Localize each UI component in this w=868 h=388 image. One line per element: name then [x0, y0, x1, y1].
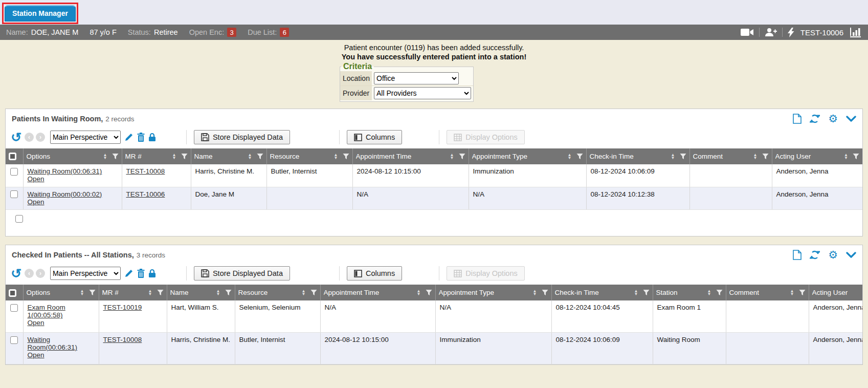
columns-button[interactable]: Columns [347, 130, 402, 144]
filter-funnel-icon[interactable] [181, 153, 188, 160]
open-link[interactable]: Open [28, 351, 44, 359]
lock-perspective-icon[interactable] [148, 133, 156, 142]
filter-funnel-icon[interactable] [643, 289, 650, 296]
columns-button[interactable]: Columns [347, 266, 402, 281]
location-select[interactable]: Office [374, 72, 459, 84]
collapse-chevron-icon[interactable] [846, 252, 856, 258]
collapse-chevron-icon[interactable] [846, 116, 856, 122]
col-header-checkin[interactable]: Check-in Time▲▼ [551, 285, 653, 300]
filter-funnel-icon[interactable] [762, 153, 769, 160]
perspective-select[interactable]: Main Perspective [50, 131, 121, 144]
station-timer-link[interactable]: Waiting Room(00:00:02) [28, 190, 102, 198]
edit-perspective-icon[interactable] [125, 133, 133, 142]
delete-perspective-icon[interactable] [137, 133, 145, 142]
sort-icon[interactable]: ▲▼ [634, 290, 638, 296]
gear-icon[interactable]: ⚙ [828, 114, 838, 124]
filter-funnel-icon[interactable] [343, 153, 349, 160]
prev-perspective-icon[interactable]: ‹ [25, 133, 34, 142]
lock-perspective-icon[interactable] [148, 269, 156, 278]
select-all-checkbox[interactable] [9, 153, 16, 160]
export-page-icon[interactable] [793, 114, 802, 124]
sort-icon[interactable]: ▲▼ [216, 290, 220, 296]
col-header-acting_user[interactable]: Acting User▲▼ [772, 148, 862, 164]
row-checkbox[interactable] [10, 168, 18, 176]
col-header-appt_type[interactable]: Appointment Type▲▼ [435, 285, 551, 300]
col-header-appt_type[interactable]: Appointment Type▲▼ [469, 148, 586, 164]
sort-icon[interactable]: ▲▼ [172, 154, 176, 160]
refresh-icon[interactable] [810, 114, 820, 124]
filter-funnel-icon[interactable] [310, 289, 317, 296]
sort-icon[interactable]: ▲▼ [103, 154, 107, 160]
mr-number-link[interactable]: TEST-10008 [126, 167, 165, 175]
filter-funnel-icon[interactable] [257, 153, 263, 160]
due-list-badge[interactable]: 6 [280, 28, 289, 37]
select-all-checkbox[interactable] [9, 289, 16, 297]
sort-icon[interactable]: ▲▼ [844, 154, 848, 160]
perspective-select[interactable]: Main Perspective [50, 267, 121, 280]
col-header-checkin[interactable]: Check-in Time▲▼ [586, 148, 689, 164]
filter-funnel-icon[interactable] [89, 289, 96, 296]
col-header-station[interactable]: Station▲▼ [653, 285, 726, 300]
col-header-options[interactable]: Options▲▼ [23, 148, 122, 164]
store-displayed-data-button[interactable]: Store Displayed Data [194, 266, 290, 281]
sort-icon[interactable]: ▲▼ [671, 154, 675, 160]
provider-select[interactable]: All Providers [374, 87, 471, 99]
filter-funnel-icon[interactable] [225, 289, 232, 296]
lightning-bolt-icon[interactable] [788, 28, 794, 37]
sort-icon[interactable]: ▲▼ [334, 154, 338, 160]
video-camera-icon[interactable] [741, 28, 754, 36]
station-timer-link[interactable]: Waiting Room(00:06:31) [28, 167, 102, 175]
open-link[interactable]: Open [28, 175, 44, 183]
station-manager-tab[interactable]: Station Manager [5, 5, 76, 21]
sort-icon[interactable]: ▲▼ [248, 154, 252, 160]
mr-number-link[interactable]: TEST-10019 [103, 304, 142, 311]
sort-icon[interactable]: ▲▼ [80, 290, 84, 296]
col-header-options[interactable]: Options▲▼ [23, 285, 99, 300]
col-header-appt_time[interactable]: Appointment Time▲▼ [320, 285, 435, 300]
filter-funnel-icon[interactable] [716, 289, 723, 296]
sort-icon[interactable]: ▲▼ [148, 290, 152, 296]
filter-funnel-icon[interactable] [426, 289, 432, 296]
sort-icon[interactable]: ▲▼ [417, 290, 421, 296]
filter-funnel-icon[interactable] [853, 153, 859, 160]
filter-funnel-icon[interactable] [157, 289, 164, 296]
filter-funnel-icon[interactable] [542, 289, 548, 296]
sort-icon[interactable]: ▲▼ [753, 154, 758, 160]
edit-perspective-icon[interactable] [125, 269, 133, 278]
next-perspective-icon[interactable]: › [36, 133, 45, 142]
reset-perspective-icon[interactable]: ↺ [11, 132, 21, 142]
refresh-icon[interactable] [810, 250, 820, 260]
open-enc-badge[interactable]: 3 [227, 28, 236, 37]
station-timer-link[interactable]: Exam Room 1(00:05:58) [28, 304, 65, 319]
store-displayed-data-button[interactable]: Store Displayed Data [194, 130, 290, 144]
gear-icon[interactable]: ⚙ [828, 250, 838, 260]
filter-funnel-icon[interactable] [576, 153, 583, 160]
open-link[interactable]: Open [28, 319, 44, 327]
filter-funnel-icon[interactable] [680, 153, 686, 160]
sort-icon[interactable]: ▲▼ [568, 154, 572, 160]
col-header-mr[interactable]: MR #▲▼ [99, 285, 167, 300]
filter-funnel-icon[interactable] [459, 153, 465, 160]
row-checkbox[interactable] [10, 336, 18, 344]
next-perspective-icon[interactable]: › [36, 269, 45, 278]
export-page-icon[interactable] [793, 250, 802, 260]
mr-number-link[interactable]: TEST-10008 [103, 336, 142, 343]
col-header-resource[interactable]: Resource▲▼ [266, 148, 352, 164]
col-header-comment[interactable]: Comment▲▼ [689, 148, 772, 164]
col-header-appt_time[interactable]: Appointment Time▲▼ [352, 148, 469, 164]
row-checkbox[interactable] [10, 190, 18, 198]
sort-icon[interactable]: ▲▼ [302, 290, 306, 296]
col-header-comment[interactable]: Comment▲▼ [726, 285, 809, 300]
row-checkbox[interactable] [10, 304, 18, 312]
sort-icon[interactable]: ▲▼ [450, 154, 454, 160]
sort-icon[interactable]: ▲▼ [533, 290, 537, 296]
filter-funnel-icon[interactable] [799, 289, 806, 296]
reset-perspective-icon[interactable]: ↺ [11, 268, 21, 278]
sort-icon[interactable]: ▲▼ [790, 290, 794, 296]
bar-chart-icon[interactable] [850, 28, 862, 37]
footer-select-checkbox[interactable] [15, 215, 23, 223]
station-timer-link[interactable]: Waiting Room(00:06:31) [28, 336, 78, 351]
add-person-icon[interactable] [765, 28, 777, 37]
col-header-acting_user[interactable]: Acting User▲▼ [809, 285, 862, 300]
open-link[interactable]: Open [28, 198, 44, 206]
